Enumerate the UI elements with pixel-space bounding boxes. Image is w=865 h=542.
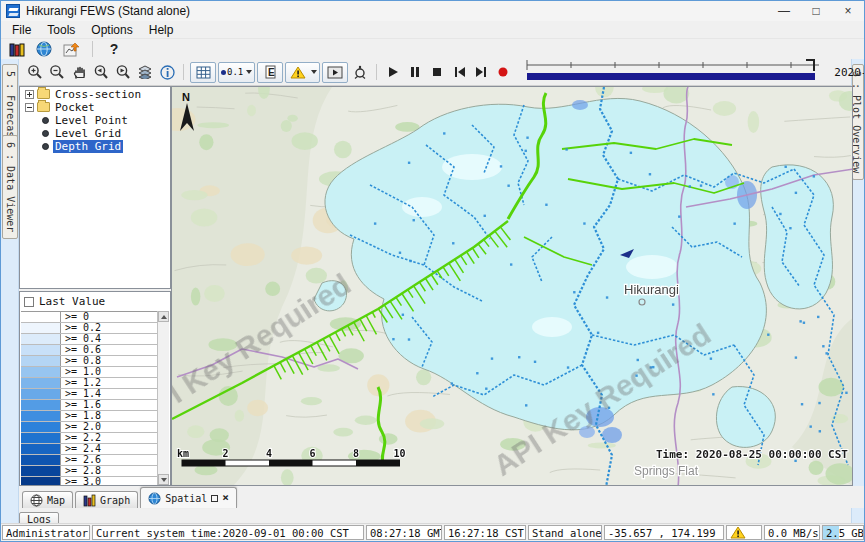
maximize-button[interactable]: □ bbox=[800, 1, 832, 21]
toolbar-separator bbox=[92, 41, 93, 57]
layers-icon[interactable] bbox=[135, 63, 155, 82]
legend-row[interactable]: >= 3.0 bbox=[21, 477, 157, 486]
tab-plot-overview[interactable]: 3 : Plot Overview bbox=[852, 64, 864, 180]
grid-toggle-button[interactable] bbox=[190, 62, 216, 83]
tree-item[interactable]: Pocket bbox=[20, 101, 170, 113]
legend-row-label: >= 1.6 bbox=[61, 400, 157, 410]
svg-text:4: 4 bbox=[266, 448, 272, 459]
bottom-tab-bar: MapGraphSpatial× bbox=[19, 486, 864, 508]
warnings-dropdown[interactable] bbox=[285, 62, 320, 83]
svg-text:6: 6 bbox=[309, 448, 315, 459]
stop-button[interactable] bbox=[427, 63, 447, 82]
tab-map[interactable]: Map bbox=[22, 491, 73, 508]
tab-data-viewer[interactable]: 6 : Data Viewer bbox=[2, 135, 18, 239]
step-back-button[interactable] bbox=[449, 63, 469, 82]
time-slider[interactable] bbox=[523, 58, 823, 86]
menu-help[interactable]: Help bbox=[141, 22, 182, 38]
legend-color-swatch bbox=[21, 477, 61, 486]
current-time-label: 2020-08-25 00:00:00 CST bbox=[834, 66, 865, 79]
scroll-up-icon[interactable] bbox=[158, 311, 169, 322]
legend-color-swatch bbox=[21, 367, 61, 377]
status-gmt-time: 08:27:18 GMT bbox=[366, 525, 442, 540]
zoom-previous-icon[interactable] bbox=[91, 63, 111, 82]
expand-icon[interactable] bbox=[25, 90, 34, 99]
minimize-button[interactable]: — bbox=[768, 1, 800, 21]
graph-bars-icon bbox=[83, 494, 96, 507]
legend-row-label: >= 0 bbox=[61, 312, 157, 322]
grid-icon bbox=[193, 63, 213, 82]
zoom-in-icon[interactable] bbox=[25, 63, 45, 82]
menu-file[interactable]: File bbox=[4, 22, 39, 38]
legend-color-swatch bbox=[21, 411, 61, 421]
close-button[interactable]: × bbox=[832, 1, 864, 21]
node-bullet-icon bbox=[42, 117, 49, 124]
svg-text:8: 8 bbox=[353, 448, 359, 459]
tree-item[interactable]: Depth Grid bbox=[20, 140, 170, 152]
legend-color-swatch bbox=[21, 466, 61, 476]
status-text: 2.5 GB bbox=[826, 527, 864, 539]
main-toolbar: ? bbox=[1, 38, 864, 59]
status-system-time: Current system time:2020-09-01 00:00 CST bbox=[92, 525, 364, 540]
tab-label: Map bbox=[47, 495, 65, 506]
legend-color-swatch bbox=[21, 356, 61, 366]
pause-button[interactable] bbox=[405, 63, 425, 82]
tab-graph[interactable]: Graph bbox=[75, 491, 138, 508]
last-value-checkbox[interactable] bbox=[24, 297, 34, 307]
map-view[interactable]: N API Key Required API Key Required Hiku… bbox=[171, 86, 853, 486]
point-icon bbox=[221, 70, 226, 75]
svg-text:E: E bbox=[268, 67, 275, 78]
info-icon[interactable] bbox=[157, 63, 177, 82]
legend-color-swatch bbox=[21, 422, 61, 432]
warning-icon bbox=[288, 63, 308, 82]
legend-color-swatch bbox=[21, 378, 61, 388]
tab-float-icon[interactable] bbox=[211, 495, 218, 502]
menu-tools[interactable]: Tools bbox=[39, 22, 83, 38]
zoom-out-icon[interactable] bbox=[47, 63, 67, 82]
app-icon bbox=[6, 4, 20, 18]
status-alert bbox=[726, 525, 762, 540]
tree-item[interactable]: Level Point bbox=[20, 114, 170, 126]
scroll-down-icon[interactable] bbox=[158, 474, 169, 485]
status-text: Current system time:2020-09-01 00:00 CST bbox=[96, 527, 349, 539]
play-button[interactable] bbox=[383, 63, 403, 82]
map-toolbar: 0.1 E bbox=[19, 59, 851, 86]
warning-icon[interactable] bbox=[730, 526, 746, 539]
database-icon[interactable] bbox=[7, 40, 27, 59]
tab-spatial[interactable]: Spatial× bbox=[140, 487, 237, 508]
folder-icon bbox=[37, 89, 50, 99]
animation-icon bbox=[325, 63, 345, 82]
area-label: Springs Flat bbox=[634, 464, 699, 478]
tracker-icon[interactable] bbox=[350, 63, 370, 82]
legend-color-swatch bbox=[21, 334, 61, 344]
step-forward-button[interactable] bbox=[471, 63, 491, 82]
svg-text:km: km bbox=[177, 448, 189, 459]
collapse-icon[interactable] bbox=[25, 103, 34, 112]
legend-color-swatch bbox=[21, 312, 61, 322]
status-text: 16:27:18 CST bbox=[448, 527, 524, 539]
chevron-down-icon bbox=[311, 70, 317, 74]
help-icon[interactable]: ? bbox=[104, 40, 124, 59]
map-globe-icon bbox=[30, 494, 43, 507]
pan-icon[interactable] bbox=[69, 63, 89, 82]
tree-item[interactable]: Level Grid bbox=[20, 127, 170, 139]
zoom-next-icon[interactable] bbox=[113, 63, 133, 82]
map-display-icon[interactable] bbox=[34, 40, 54, 59]
tree-item[interactable]: Cross-section bbox=[20, 88, 170, 100]
legend-scrollbar[interactable] bbox=[157, 311, 169, 485]
record-button[interactable] bbox=[493, 63, 513, 82]
tab-close-icon[interactable]: × bbox=[222, 494, 229, 502]
legend-row-label: >= 2.2 bbox=[61, 433, 157, 443]
tree-item-label: Level Point bbox=[53, 114, 130, 127]
chevron-down-icon bbox=[246, 70, 252, 74]
legend-color-swatch bbox=[21, 323, 61, 333]
profile-button[interactable]: E bbox=[257, 62, 283, 83]
point-size-dropdown[interactable]: 0.1 bbox=[218, 62, 255, 83]
status-text: 08:27:18 GMT bbox=[370, 527, 442, 539]
animation-panel-button[interactable] bbox=[322, 62, 348, 83]
menu-options[interactable]: Options bbox=[83, 22, 140, 38]
legend-row-label: >= 1.4 bbox=[61, 389, 157, 399]
status-text: Administrator bbox=[6, 527, 88, 539]
chart-export-icon[interactable] bbox=[61, 40, 81, 59]
legend-color-swatch bbox=[21, 433, 61, 443]
left-panel: Cross-sectionPocketLevel PointLevel Grid… bbox=[19, 86, 171, 486]
